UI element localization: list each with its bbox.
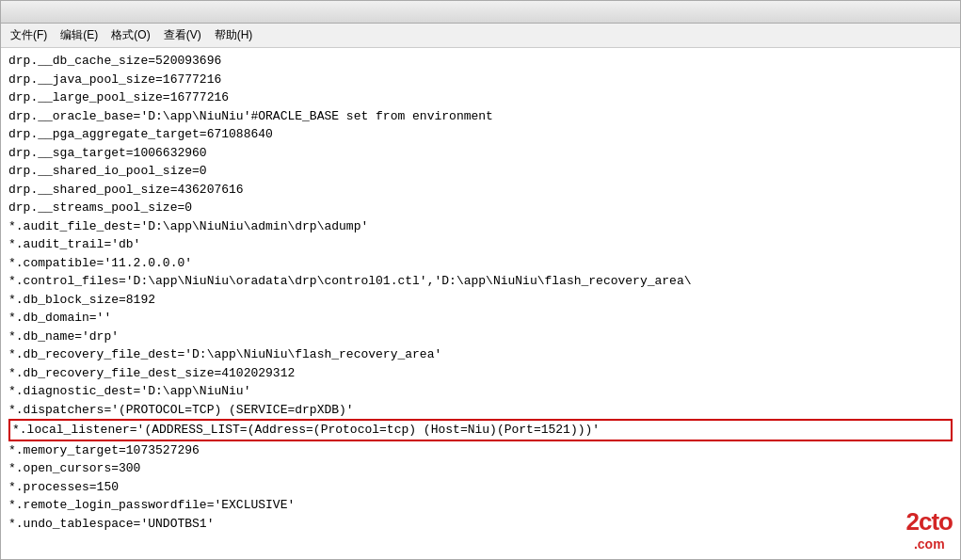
editor-line: *.diagnostic_dest='D:\app\NiuNiu'	[8, 382, 953, 401]
editor-line: *.local_listener='(ADDRESS_LIST=(Address…	[8, 419, 953, 441]
editor-line: *.db_recovery_file_dest_size=4102029312	[8, 364, 953, 383]
title-bar	[1, 1, 960, 24]
editor-line: *.open_cursors=300	[8, 459, 953, 478]
editor-line: drp.__sga_target=1006632960	[8, 144, 953, 163]
editor-line: *.memory_target=1073527296	[8, 441, 953, 460]
text-editor-area[interactable]: drp.__db_cache_size=520093696drp.__java_…	[1, 48, 960, 559]
watermark-logo: 2cto .com	[906, 507, 953, 552]
notepad-window: 文件(F) 编辑(E) 格式(O) 查看(V) 帮助(H) drp.__db_c…	[0, 0, 961, 560]
editor-line: drp.__large_pool_size=16777216	[8, 88, 953, 107]
menu-format[interactable]: 格式(O)	[105, 25, 155, 45]
watermark: 2cto .com	[906, 507, 953, 552]
editor-line: drp.__java_pool_size=16777216	[8, 71, 953, 89]
editor-line: *.remote_login_passwordfile='EXCLUSIVE'	[8, 496, 953, 515]
watermark-com: .com	[914, 536, 945, 552]
editor-line: drp.__shared_pool_size=436207616	[8, 181, 953, 200]
editor-line: drp.__shared_io_pool_size=0	[8, 162, 953, 181]
menu-edit[interactable]: 编辑(E)	[55, 25, 104, 45]
editor-line: drp.__oracle_base='D:\app\NiuNiu'#ORACLE…	[8, 107, 953, 126]
editor-line: *.audit_file_dest='D:\app\NiuNiu\admin\d…	[8, 217, 953, 236]
editor-line: *.processes=150	[8, 478, 953, 497]
editor-line: *.control_files='D:\app\NiuNiu\oradata\d…	[8, 272, 953, 291]
editor-line: drp.__streams_pool_size=0	[8, 199, 953, 217]
menu-file[interactable]: 文件(F)	[5, 25, 53, 45]
editor-line: drp.__pga_aggregate_target=671088640	[8, 125, 953, 144]
editor-line: *.audit_trail='db'	[8, 235, 953, 254]
editor-line: *.db_block_size=8192	[8, 291, 953, 310]
menu-view[interactable]: 查看(V)	[158, 25, 207, 45]
watermark-2cto: 2cto	[906, 507, 953, 536]
editor-line: *.undo_tablespace='UNDOTBS1'	[8, 515, 953, 534]
editor-line: *.compatible='11.2.0.0.0'	[8, 254, 953, 273]
menu-bar: 文件(F) 编辑(E) 格式(O) 查看(V) 帮助(H)	[1, 24, 960, 48]
editor-line: *.dispatchers='(PROTOCOL=TCP) (SERVICE=d…	[8, 401, 953, 420]
editor-line: *.db_recovery_file_dest='D:\app\NiuNiu\f…	[8, 345, 953, 364]
editor-line: *.db_domain=''	[8, 309, 953, 328]
menu-help[interactable]: 帮助(H)	[209, 25, 259, 45]
editor-line: *.db_name='drp'	[8, 328, 953, 346]
editor-line: drp.__db_cache_size=520093696	[8, 52, 953, 71]
editor-content: drp.__db_cache_size=520093696drp.__java_…	[8, 52, 953, 533]
